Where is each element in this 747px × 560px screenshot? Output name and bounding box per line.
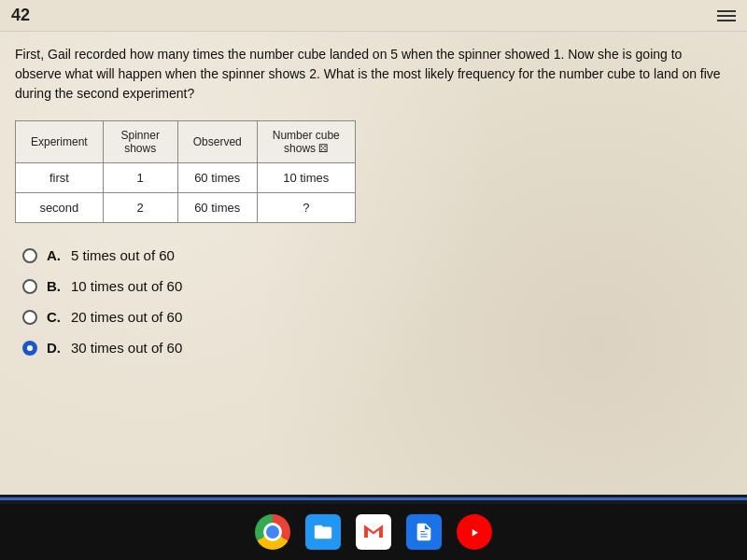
answer-b[interactable]: B. 10 times out of 60 — [22, 278, 725, 294]
top-bar: 42 — [0, 0, 747, 32]
data-table: Experiment Spinnershows Observed Number … — [15, 120, 356, 223]
question-number: 42 — [11, 6, 30, 25]
table-row: first 1 60 times 10 times — [16, 163, 356, 193]
row1-experiment: first — [16, 163, 104, 193]
answer-c[interactable]: C. 20 times out of 60 — [22, 309, 725, 325]
answer-a-text: 5 times out of 60 — [71, 247, 175, 263]
answer-d-text: 30 times out of 60 — [71, 340, 182, 356]
col-header-experiment: Experiment — [16, 121, 104, 163]
answer-a-letter: A. — [47, 247, 62, 263]
col-header-spinner: Spinnershows — [103, 121, 177, 163]
row1-spinner: 1 — [103, 163, 177, 193]
row2-spinner: 2 — [103, 193, 177, 223]
answer-d[interactable]: D. 30 times out of 60 — [22, 340, 725, 356]
answer-d-letter: D. — [47, 340, 62, 356]
divider-line — [0, 497, 747, 500]
table-container: Experiment Spinnershows Observed Number … — [15, 120, 732, 223]
taskbar — [0, 504, 747, 560]
radio-a[interactable] — [22, 248, 37, 263]
question-text: First, Gail recorded how many times the … — [0, 32, 747, 113]
answer-a[interactable]: A. 5 times out of 60 — [22, 247, 725, 263]
answer-b-text: 10 times out of 60 — [71, 278, 182, 294]
answer-b-letter: B. — [47, 278, 62, 294]
content-area: 42 First, Gail recorded how many times t… — [0, 0, 747, 495]
docs-icon[interactable] — [406, 514, 442, 550]
answer-c-letter: C. — [47, 309, 62, 325]
row2-experiment: second — [16, 193, 104, 223]
menu-icon[interactable] — [717, 10, 736, 21]
row1-observed: 60 times — [177, 163, 257, 193]
radio-b[interactable] — [22, 279, 37, 294]
radio-c[interactable] — [22, 310, 37, 325]
col-header-number-cube: Number cubeshows ⚄ — [257, 121, 355, 163]
row2-observed: 60 times — [177, 193, 257, 223]
answer-c-text: 20 times out of 60 — [71, 309, 182, 325]
youtube-icon[interactable] — [457, 514, 492, 550]
col-header-observed: Observed — [177, 121, 257, 163]
row1-number-cube: 10 times — [257, 163, 355, 193]
row2-number-cube: ? — [257, 193, 355, 223]
answers-container: A. 5 times out of 60 B. 10 times out of … — [0, 238, 747, 380]
table-row: second 2 60 times ? — [16, 193, 356, 223]
gmail-icon[interactable] — [356, 514, 391, 550]
radio-d[interactable] — [22, 341, 37, 356]
chrome-icon[interactable] — [255, 514, 290, 550]
files-icon[interactable] — [305, 514, 341, 550]
